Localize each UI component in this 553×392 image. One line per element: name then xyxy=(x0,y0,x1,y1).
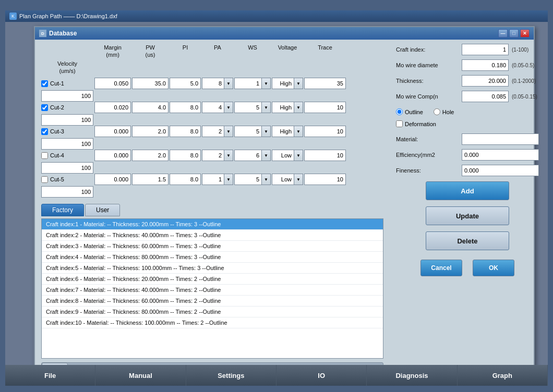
cut-pa-Cut-3[interactable] xyxy=(202,126,224,137)
mo-wire-diam-input[interactable] xyxy=(462,59,509,71)
cut-voltage-arrow-Cut-2[interactable]: ▼ xyxy=(294,102,303,113)
cut-pa-arrow-Cut-3[interactable]: ▼ xyxy=(224,126,233,137)
cut-pa-Cut-5[interactable] xyxy=(202,174,224,185)
cut-pw-Cut-2[interactable] xyxy=(132,102,169,113)
cut-pi-Cut-4[interactable] xyxy=(170,150,201,161)
cancel-button[interactable]: Cancel xyxy=(420,260,462,276)
cut-margin-Cut-5[interactable] xyxy=(94,174,131,185)
taskbar-item-io[interactable]: IO xyxy=(276,365,367,386)
cut-ws-Cut-3[interactable] xyxy=(234,126,261,137)
cut-pa-arrow-Cut-2[interactable]: ▼ xyxy=(224,102,233,113)
dialog-close-button[interactable]: ✕ xyxy=(520,29,530,38)
cut-pw-Cut-1[interactable] xyxy=(132,78,169,89)
list-item-10[interactable]: Craft index:10 - Material: -- Thickness:… xyxy=(42,317,383,328)
taskbar-item-settings[interactable]: Settings xyxy=(186,365,276,386)
dialog-minimize-button[interactable]: — xyxy=(498,29,508,38)
efficiency-input[interactable] xyxy=(462,149,539,161)
cut-pi-Cut-3[interactable] xyxy=(170,126,201,137)
cut-pi-Cut-1[interactable] xyxy=(170,78,201,89)
outline-radio[interactable] xyxy=(396,108,403,115)
cut-ws-Cut-5[interactable] xyxy=(234,174,261,185)
list-item-5[interactable]: Craft index:5 - Material: -- Thickness: … xyxy=(42,263,383,274)
cut-voltage-Cut-1[interactable] xyxy=(272,78,294,89)
cut-trace-Cut-3[interactable] xyxy=(304,126,346,137)
list-item-2[interactable]: Craft index:2 - Material: -- Thickness: … xyxy=(42,230,383,241)
cut-trace-Cut-1[interactable] xyxy=(304,78,346,89)
list-item-8[interactable]: Craft index:8 - Material: -- Thickness: … xyxy=(42,296,383,307)
add-button[interactable]: Add xyxy=(426,181,509,200)
taskbar-item-diagnosis[interactable]: Diagnosis xyxy=(367,365,457,386)
cut-pi-Cut-5[interactable] xyxy=(170,174,201,185)
cut-margin-Cut-4[interactable] xyxy=(94,150,131,161)
cut-ws-arrow-Cut-1[interactable]: ▼ xyxy=(261,78,271,89)
cut-checkbox-Cut-4[interactable] xyxy=(41,152,48,159)
taskbar-item-graph[interactable]: Graph xyxy=(458,365,548,386)
list-item-3[interactable]: Craft index:3 - Material: -- Thickness: … xyxy=(42,241,383,252)
cut-pa-Cut-4[interactable] xyxy=(202,150,224,161)
list-item-4[interactable]: Craft index:4 - Material: -- Thickness: … xyxy=(42,252,383,263)
thickness-input[interactable] xyxy=(462,75,509,87)
cut-pa-arrow-Cut-1[interactable]: ▼ xyxy=(224,78,233,89)
cut-voltage-arrow-Cut-4[interactable]: ▼ xyxy=(294,150,303,161)
cut-ws-arrow-Cut-5[interactable]: ▼ xyxy=(261,174,271,185)
delete-button[interactable]: Delete xyxy=(426,231,509,250)
cut-ws-Cut-4[interactable] xyxy=(234,150,261,161)
cut-ws-arrow-Cut-4[interactable]: ▼ xyxy=(261,150,271,161)
cut-ws-arrow-Cut-3[interactable]: ▼ xyxy=(261,126,271,137)
cut-velocity-Cut-1[interactable] xyxy=(41,90,93,102)
taskbar-item-manual[interactable]: Manual xyxy=(95,365,186,386)
list-item-9[interactable]: Craft index:9 - Material: -- Thickness: … xyxy=(42,307,383,317)
cut-pa-arrow-Cut-4[interactable]: ▼ xyxy=(224,150,233,161)
cut-voltage-arrow-Cut-1[interactable]: ▼ xyxy=(294,78,303,89)
tab-user[interactable]: User xyxy=(85,204,120,216)
cut-voltage-Cut-2[interactable] xyxy=(272,102,294,113)
list-item-6[interactable]: Craft index:6 - Material: -- Thickness: … xyxy=(42,274,383,285)
cut-trace-Cut-5[interactable] xyxy=(304,174,346,185)
mo-wire-comp-input[interactable] xyxy=(462,91,509,102)
cut-pi-Cut-2[interactable] xyxy=(170,102,201,113)
hole-radio[interactable] xyxy=(434,108,440,115)
list-item-1[interactable]: Craft index:1 - Material: -- Thickness: … xyxy=(42,219,383,230)
mo-wire-comp-label: Mo wire Comp(n xyxy=(396,93,459,100)
cut-voltage-arrow-Cut-5[interactable]: ▼ xyxy=(294,174,303,185)
cut-voltage-arrow-Cut-3[interactable]: ▼ xyxy=(294,126,303,137)
taskbar-item-file[interactable]: File xyxy=(5,365,95,386)
cut-checkbox-Cut-1[interactable] xyxy=(41,80,48,87)
cut-voltage-Cut-3[interactable] xyxy=(272,126,294,137)
fineness-input[interactable] xyxy=(462,165,539,176)
cut-ws-Cut-2[interactable] xyxy=(234,102,261,113)
hole-radio-label[interactable]: Hole xyxy=(434,108,454,115)
list-item-7[interactable]: Craft index:7 - Material: -- Thickness: … xyxy=(42,285,383,296)
cut-margin-Cut-3[interactable] xyxy=(94,126,131,137)
cut-pw-Cut-5[interactable] xyxy=(132,174,169,185)
update-button[interactable]: Update xyxy=(426,206,509,225)
cut-ws-Cut-1[interactable] xyxy=(234,78,261,89)
cut-trace-Cut-4[interactable] xyxy=(304,150,346,161)
dialog-maximize-button[interactable]: □ xyxy=(509,29,519,38)
cut-margin-Cut-2[interactable] xyxy=(94,102,131,113)
tab-factory[interactable]: Factory xyxy=(41,204,84,216)
craft-index-input[interactable] xyxy=(462,44,509,55)
cut-pw-Cut-3[interactable] xyxy=(132,126,169,137)
cut-velocity-Cut-2[interactable] xyxy=(41,114,93,126)
cut-velocity-Cut-5[interactable] xyxy=(41,186,93,198)
cut-checkbox-Cut-5[interactable] xyxy=(41,176,48,183)
cut-velocity-Cut-3[interactable] xyxy=(41,138,93,150)
cut-pw-Cut-4[interactable] xyxy=(132,150,169,161)
material-input[interactable] xyxy=(462,133,539,145)
craft-list[interactable]: Craft index:1 - Material: -- Thickness: … xyxy=(41,218,383,359)
cut-voltage-Cut-4[interactable] xyxy=(272,150,294,161)
deformation-checkbox[interactable] xyxy=(396,120,403,127)
cut-pa-Cut-1[interactable] xyxy=(202,78,224,89)
cut-voltage-Cut-5[interactable] xyxy=(272,174,294,185)
cut-checkbox-Cut-3[interactable] xyxy=(41,128,48,135)
cut-pa-Cut-2[interactable] xyxy=(202,102,224,113)
cut-trace-Cut-2[interactable] xyxy=(304,102,346,113)
cut-margin-Cut-1[interactable] xyxy=(94,78,131,89)
cut-ws-arrow-Cut-2[interactable]: ▼ xyxy=(261,102,271,113)
ok-button[interactable]: OK xyxy=(473,260,514,276)
cut-velocity-Cut-4[interactable] xyxy=(41,162,93,174)
cut-pa-arrow-Cut-5[interactable]: ▼ xyxy=(224,174,233,185)
cut-checkbox-Cut-2[interactable] xyxy=(41,104,48,111)
outline-radio-label[interactable]: Outline xyxy=(396,108,423,115)
